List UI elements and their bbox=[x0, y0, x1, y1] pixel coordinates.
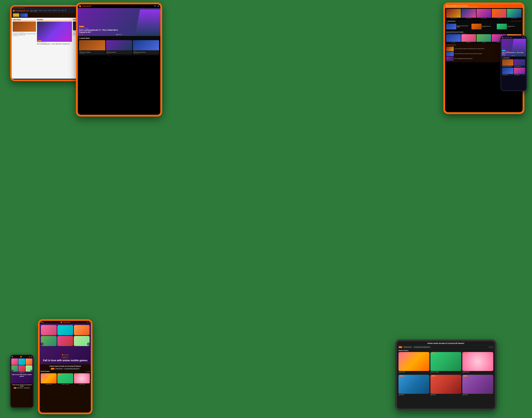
phone-news-4[interactable]: Fantasy Anime bbox=[514, 68, 525, 75]
news-article-1[interactable]: The Catcher in the Ballpark! Anime Adds … bbox=[13, 33, 36, 35]
seasonal-3[interactable]: Ragu Sof bbox=[476, 34, 491, 43]
nav-quizzes[interactable]: Quizzes bbox=[44, 10, 47, 12]
gw-game-elden[interactable]: PREMIUM Elden Ring ▶ + bbox=[430, 375, 461, 397]
spotlight-article[interactable]: Solo Leveling Episode 17, "This Is What … bbox=[37, 43, 72, 45]
tg-newest-games: Newest Games bbox=[41, 371, 50, 372]
phone-tab-vault[interactable]: 🐊 CRUNCH... bbox=[24, 387, 30, 389]
nav-interviews[interactable]: Interviews bbox=[52, 10, 57, 12]
phone-user-icon[interactable]: 👤 bbox=[524, 37, 525, 38]
preview-freshly[interactable]: PREMIUM bbox=[74, 373, 90, 383]
dot-5[interactable] bbox=[121, 34, 122, 35]
tg-filter[interactable]: ⚙ FILTER bbox=[86, 371, 90, 372]
hamburger-menu-icon[interactable] bbox=[12, 356, 13, 357]
nav-guides[interactable]: Guides bbox=[48, 10, 51, 12]
play-icon-4[interactable]: ▶ bbox=[398, 395, 399, 397]
gw-game-5-img bbox=[430, 375, 461, 394]
gw-game-freshly[interactable]: PREMIUM Freshly Frosted ▶ + bbox=[462, 352, 493, 374]
play-icon-2[interactable]: ▶ bbox=[430, 373, 431, 374]
phone-latest-section: Latest News The Catcher in the Ballpark!… bbox=[501, 57, 526, 76]
episode-row-3[interactable]: Ninja Magic Episode Episode 6 bbox=[497, 24, 522, 29]
add-icon[interactable]: + bbox=[400, 373, 400, 374]
user-icon[interactable]: 👤 bbox=[157, 5, 159, 7]
show-card-4[interactable]: Young Tiamat bbox=[492, 9, 506, 19]
phone-news-1[interactable]: The Catcher in the Ballpark! bbox=[502, 59, 513, 67]
gw-tab-free[interactable]: FREE TO PLAY bbox=[403, 346, 412, 348]
card-2-author: Kelly Knox bbox=[106, 53, 132, 54]
tg-prev-arrow[interactable]: ‹ bbox=[40, 343, 44, 346]
nav-latest-news[interactable]: LatestNews bbox=[30, 10, 33, 12]
play-icon-5[interactable]: ▶ bbox=[430, 395, 431, 397]
news-card-2[interactable]: Features Solo Leveling Episode 17 Kelly … bbox=[106, 40, 132, 54]
news-card-3[interactable]: Interviews Comic Creator Mira Ong Chua R… bbox=[133, 40, 159, 54]
gw-game-water[interactable]: PREMIUM Water Melon ▶ + bbox=[398, 375, 429, 397]
phone-hero-title: Solo Leveling Episode 17, 'This Is What … bbox=[502, 52, 525, 55]
tg-menu-label[interactable]: MENU bbox=[41, 322, 44, 323]
show-card-3[interactable]: Hides Her Feelings bbox=[476, 9, 491, 19]
nav-about[interactable]: About bbox=[61, 10, 64, 12]
episode-row-1[interactable]: Didn't I Say to Make My Abilities Averag… bbox=[446, 24, 471, 29]
view-calendar-link[interactable]: VIEW RELEASE CALENDAR > bbox=[511, 21, 522, 22]
phone-search-icon[interactable]: 🔍 bbox=[522, 37, 523, 38]
gw-game-anime-rpg[interactable]: PREMIUM Anime RPG ▶ + bbox=[462, 375, 493, 397]
play-icon[interactable]: ▶ bbox=[398, 373, 399, 374]
new-episodes-section: ★ New Episodes VIEW RELEASE CALENDAR > T… bbox=[445, 20, 523, 31]
gw-game-hidden[interactable]: PREMIUM Hidden in Paradise ▶ + bbox=[430, 352, 461, 374]
mini-card-2 bbox=[19, 359, 25, 365]
episode-row-2[interactable]: Naruto Shippuden (Dub) Episode 5 bbox=[472, 24, 496, 29]
search-icon[interactable]: 🔍 bbox=[154, 5, 156, 7]
gw-filter[interactable]: ⚙ FILTER bbox=[489, 347, 493, 348]
gw-tab-vault[interactable]: 🐊 CRUNCHYROLL GAME VAULT bbox=[413, 346, 431, 348]
phone-news-3-img bbox=[502, 68, 513, 74]
tg-tab-vault[interactable]: 🐊 CRUNCHYROLL GAME VAULT bbox=[64, 368, 80, 370]
gw-game-2-icons: ▶ + bbox=[430, 373, 461, 374]
news-card-1[interactable]: News The Catcher in the Ballpark! Kara D… bbox=[79, 40, 105, 54]
add-icon-6[interactable]: + bbox=[463, 395, 464, 397]
back-to-home-link[interactable]: Back to Crunchyroll Home bbox=[13, 7, 25, 8]
phone-bl-bottom: Anime meets Arcade at Crunchyroll Games!… bbox=[11, 383, 33, 389]
show-card-5[interactable]: Between the Seas bbox=[507, 9, 522, 19]
tg-user-icon[interactable]: 👤 bbox=[89, 322, 90, 323]
next-arrow[interactable]: › bbox=[30, 370, 32, 372]
add-icon-5[interactable]: + bbox=[431, 395, 432, 397]
seasonal-1[interactable]: Umeki, M.D. bbox=[446, 34, 461, 43]
ep-3-meta: Episode 6 bbox=[508, 27, 522, 27]
free-shows-title: Fall In Love With These Free Shows! bbox=[446, 5, 522, 6]
phone-bl-tabs: ALL FREE TO PLAY 🐊 CRUNCH... bbox=[12, 387, 32, 389]
dot-4[interactable] bbox=[120, 34, 121, 35]
play-icon-6[interactable]: ▶ bbox=[462, 395, 463, 397]
phone-bl-search-icon[interactable]: 🔍 bbox=[29, 356, 30, 357]
search-icon[interactable]: 🔍 bbox=[65, 10, 66, 12]
nav-seasonal[interactable]: SeasonalLineup bbox=[34, 10, 37, 12]
tg-next-arrow[interactable]: › bbox=[87, 343, 90, 346]
phone-news-2[interactable]: Solo Leveling Ep 17 bbox=[514, 59, 525, 67]
nav-features[interactable]: Features bbox=[38, 10, 43, 12]
add-icon-3[interactable]: + bbox=[463, 373, 464, 374]
phone-right-header: Crunchyroll news 🔍 👤 bbox=[501, 36, 526, 39]
nav-more[interactable]: More bbox=[58, 10, 60, 12]
preview-hidden[interactable]: PREMIUM bbox=[57, 373, 73, 383]
gw-game-4-img bbox=[398, 375, 429, 394]
tg-tab-free[interactable]: FREE TO PLAY bbox=[55, 368, 63, 370]
tg-search-icon[interactable]: 🔍 bbox=[87, 322, 88, 323]
cr-news-2-text: One Piece Pirate Warriors 4 Heads to PS5… bbox=[454, 53, 482, 54]
tg-hero-title: Fall in love with anime mobile games bbox=[40, 359, 91, 362]
show-card-2[interactable]: A Sign of Affection bbox=[461, 9, 476, 19]
phone-tab-all[interactable]: ALL bbox=[14, 387, 16, 389]
ep-1-title: Didn't I Say to Make My Abilities Averag… bbox=[457, 25, 471, 27]
play-icon-3[interactable]: ▶ bbox=[462, 373, 463, 374]
phone-news-3[interactable]: Comic Creator bbox=[502, 68, 513, 75]
add-icon-2[interactable]: + bbox=[431, 373, 432, 374]
gw-game-kawaii[interactable]: PREMIUM Kawaii Kitchen ▶ + bbox=[398, 352, 429, 374]
show-card-1[interactable]: A Couple of Cuckoos bbox=[446, 9, 461, 19]
new-ep-header: ★ New Episodes VIEW RELEASE CALENDAR > bbox=[446, 21, 522, 22]
prev-arrow[interactable]: ‹ bbox=[12, 370, 13, 372]
phone-tab-free[interactable]: FREE TO PLAY bbox=[17, 387, 23, 389]
seasonal-2-name: Falling in Love bbox=[461, 42, 476, 43]
phone-bl-user-icon[interactable]: 👤 bbox=[31, 356, 32, 357]
gw-header: Anime meets Arcade at Crunchyroll Games! bbox=[397, 341, 495, 345]
add-icon-4[interactable]: + bbox=[400, 395, 400, 397]
seasonal-2[interactable]: Falling in Love bbox=[461, 34, 476, 43]
preview-kawaii[interactable]: PREMIUM bbox=[41, 373, 57, 383]
gw-tab-all[interactable]: ALL bbox=[398, 346, 402, 348]
tg-tab-all[interactable]: ALL bbox=[51, 368, 54, 370]
